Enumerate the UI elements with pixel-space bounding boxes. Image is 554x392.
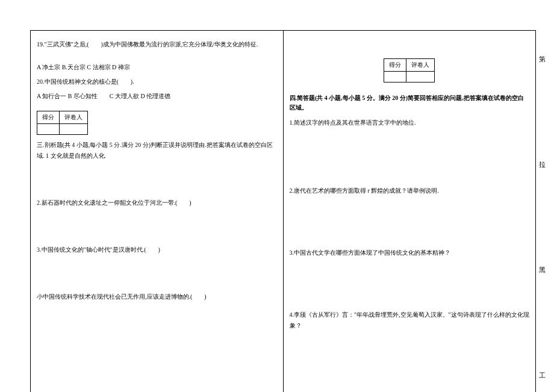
score-header-right-1: 得分 [384, 59, 406, 72]
question-20-options: A 知行合一 B 尽心知性 C 大理人欲 D 伦理道德 [37, 91, 277, 102]
score-table-left: 得分 评卷人 [37, 111, 88, 135]
section-3-header: 三.剖析题(共 4 小题,每小题 5 分.满分 20 分)判断正误并说明理由.把… [37, 140, 277, 161]
question-3-2: 2.新石器时代的文化遗址之一仰韶文化位于河北一带.( ) [37, 198, 277, 208]
score-cell-left-1 [37, 124, 60, 135]
marker-2: 拉 [539, 160, 546, 169]
marker-1: 第 [539, 55, 546, 64]
question-19-options: A 净土宗 B.天台宗 C 法相宗 D 禅宗 [37, 62, 277, 73]
section-4-header: 四.简答题(共 4 小题,每小题 5 分。满分 20 分)简要回答相应的问题,把… [290, 93, 530, 113]
marker-3: 黑 [539, 266, 546, 275]
score-header-right-2: 评卷人 [406, 59, 435, 72]
score-cell-right-1 [384, 72, 406, 82]
question-3-4: 小中国传统科学技术在现代社会已无作用,应该走进博物的.( ) [37, 291, 277, 302]
question-4-3: 3.中国古代文学在哪些方面体现了中国传统文化的基本精神？ [290, 247, 530, 258]
score-header-left-1: 得分 [37, 111, 60, 124]
score-cell-left-2 [60, 124, 88, 135]
right-page: 得分 评卷人 四.简答题(共 4 小题,每小题 5 分。满分 20 分)简要回答… [284, 31, 537, 392]
score-cell-right-2 [406, 72, 435, 82]
left-page: 19."三武灭佛"之后,( )成为中国佛教最为流行的宗派,它充分体现/华奥文化的… [31, 31, 284, 392]
side-markers: 第 拉 黑 工 [537, 31, 547, 392]
score-table-right: 得分 评卷人 [384, 58, 435, 82]
question-4-2: 2.唐代在艺术的哪些方面取得 r 辉煌的成就？请举例说明. [290, 185, 530, 196]
question-20: 20.中国传统精神文化的核心是( ). [37, 76, 277, 87]
question-4-1: 1.简述汉字的特点及其在世界语言文字中的地位. [290, 117, 530, 128]
marker-4: 工 [539, 371, 546, 380]
score-header-left-2: 评卷人 [60, 111, 88, 124]
question-4-4: 4.李颀《古从军行》言："年年战骨埋荒外,空见葡萄入汉家。"这句诗表现了什么样的… [290, 310, 530, 331]
question-3-3: 3.中国传统文化的"轴心时代"是汉唐时代.( ) [37, 244, 277, 255]
question-19: 19."三武灭佛"之后,( )成为中国佛教最为流行的宗派,它充分体现/华奥文化的… [37, 39, 277, 50]
